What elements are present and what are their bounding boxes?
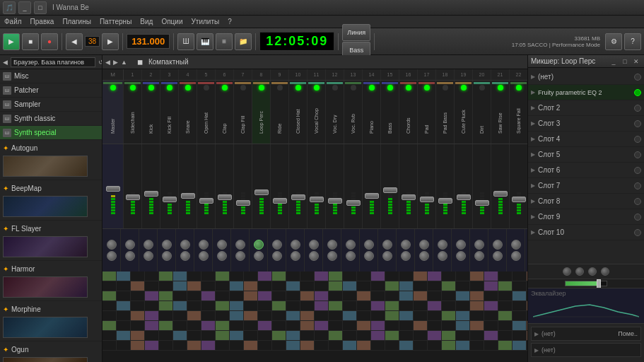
pattern-cell-6-0[interactable] [103, 331, 117, 340]
pattern-cell-0-12[interactable] [272, 272, 286, 281]
send-knob2-15[interactable] [382, 251, 392, 261]
fader-knob-20[interactable] [475, 200, 489, 206]
pattern-cell-2-29[interactable] [513, 291, 527, 300]
pattern-cell-6-19[interactable] [371, 331, 385, 340]
ch-led-10[interactable] [295, 85, 301, 90]
pattern-cell-6-2[interactable] [131, 331, 145, 340]
pattern-cell-7-2[interactable] [131, 341, 145, 350]
channel-col-16[interactable]: Chords [399, 81, 418, 144]
slot-led-3[interactable] [634, 120, 641, 127]
pattern-cell-4-13[interactable] [286, 311, 300, 320]
sidebar-search-input[interactable] [11, 57, 95, 67]
pattern-cell-1-12[interactable] [272, 281, 286, 291]
pattern-cell-4-6[interactable] [187, 311, 201, 320]
pattern-cell-6-30[interactable] [527, 331, 527, 340]
pattern-cell-4-30[interactable] [527, 311, 527, 320]
pattern-cell-0-2[interactable] [131, 272, 145, 281]
pattern-cell-2-21[interactable] [399, 291, 414, 300]
plugin-beepmap[interactable]: ✦ BeepMap [0, 180, 102, 221]
pattern-cell-2-6[interactable] [187, 291, 201, 300]
pattern-cell-0-26[interactable] [470, 272, 484, 281]
play-btn[interactable]: ▶ [3, 33, 20, 50]
pattern-cell-3-6[interactable] [187, 301, 201, 310]
send-knob2-16[interactable] [401, 251, 411, 261]
menu-patterns[interactable]: Паттерны [100, 18, 131, 25]
browser-btn[interactable]: 📁 [235, 33, 252, 50]
send-knob-6[interactable] [217, 240, 227, 250]
pattern-cell-3-16[interactable] [329, 301, 343, 310]
pattern-cell-2-10[interactable] [244, 291, 258, 300]
send-knob-14[interactable] [364, 240, 374, 250]
pattern-cell-1-1[interactable] [117, 281, 131, 291]
slot-led-none[interactable] [634, 74, 641, 81]
pattern-cell-4-23[interactable] [428, 311, 442, 320]
send-knob-10[interactable] [291, 240, 300, 250]
pattern-cell-4-27[interactable] [484, 311, 498, 320]
pattern-cell-3-21[interactable] [399, 301, 414, 310]
pattern-cell-2-8[interactable] [216, 291, 230, 300]
menu-view[interactable]: Вид [140, 18, 153, 25]
ch-led-16[interactable] [406, 85, 411, 90]
slot-led-5[interactable] [634, 151, 641, 158]
pattern-cell-7-22[interactable] [414, 341, 428, 350]
channel-col-2[interactable]: Kick [142, 81, 160, 144]
send-knob2-12[interactable] [327, 251, 337, 261]
pattern-cell-1-29[interactable] [513, 281, 527, 291]
pattern-cell-1-24[interactable] [442, 281, 456, 291]
volume-knob[interactable] [563, 267, 571, 276]
stop-btn[interactable]: ■ [22, 33, 39, 50]
send-knob2-0[interactable] [107, 251, 117, 261]
fader-knob-13[interactable] [346, 200, 361, 206]
record-btn[interactable]: ● [41, 33, 58, 50]
pattern-cell-6-21[interactable] [399, 331, 414, 340]
send-knob-3[interactable] [162, 240, 172, 250]
menu-plugins[interactable]: Плагины [62, 18, 91, 25]
pattern-cell-2-0[interactable] [103, 291, 117, 300]
pattern-cell-3-28[interactable] [498, 301, 513, 310]
fx-slot-10[interactable]: ▶ Слот 10 [528, 225, 644, 240]
pattern-cell-7-0[interactable] [103, 341, 117, 350]
pattern-cell-5-10[interactable] [244, 321, 258, 330]
pattern-cell-1-15[interactable] [315, 281, 329, 291]
pattern-cell-1-30[interactable] [527, 281, 527, 291]
channel-col-18[interactable]: Pad Bass [436, 81, 455, 144]
pattern-cell-5-3[interactable] [145, 321, 159, 330]
pattern-number[interactable]: 38 [85, 36, 100, 47]
pattern-cell-0-20[interactable] [385, 272, 399, 281]
pattern-cell-4-1[interactable] [117, 311, 131, 320]
pattern-cell-7-3[interactable] [145, 341, 159, 350]
channel-col-4[interactable]: Snare [179, 81, 197, 144]
pattern-cell-0-25[interactable] [456, 272, 470, 281]
pattern-cell-5-23[interactable] [428, 321, 442, 330]
fx-slot-4[interactable]: ▶ Слот 4 [528, 132, 644, 147]
channel-col-6[interactable]: Clap [216, 81, 234, 144]
pattern-cell-3-9[interactable] [230, 301, 244, 310]
pattern-cell-6-22[interactable] [414, 331, 428, 340]
pattern-cell-1-20[interactable] [385, 281, 399, 291]
pattern-cell-7-28[interactable] [498, 341, 513, 350]
pattern-cell-6-8[interactable] [216, 331, 230, 340]
plugin-ogun[interactable]: ✦ Ogun [0, 341, 102, 362]
menu-file[interactable]: Файл [4, 18, 22, 25]
fx-slot-2[interactable]: ▶ Слот 2 [528, 100, 644, 116]
pattern-cell-3-10[interactable] [244, 301, 258, 310]
slot-led-4[interactable] [634, 136, 641, 143]
pattern-cell-0-15[interactable] [315, 272, 329, 281]
pan-knob[interactable] [575, 267, 584, 276]
fx-slot-6[interactable]: ▶ Слот 6 [528, 163, 644, 178]
pattern-cell-3-18[interactable] [357, 301, 371, 310]
channel-col-17[interactable]: Pad [418, 81, 436, 144]
snap-btn[interactable]: Линия [342, 24, 370, 41]
pattern-cell-5-24[interactable] [442, 321, 456, 330]
send-knob2-7[interactable] [235, 251, 245, 261]
fader-knob-18[interactable] [438, 198, 452, 204]
pattern-cell-3-3[interactable] [145, 301, 159, 310]
sidebar-item-patcher[interactable]: ш Patcher [0, 83, 102, 98]
channel-col-13[interactable]: Voc. Rvb [344, 81, 363, 144]
pattern-cell-7-9[interactable] [230, 341, 244, 350]
send-knob2-14[interactable] [364, 251, 374, 261]
pattern-cell-2-30[interactable] [527, 291, 527, 300]
pattern-cell-2-23[interactable] [428, 291, 442, 300]
fader-knob-9[interactable] [273, 198, 287, 204]
ch-led-3[interactable] [167, 85, 172, 90]
